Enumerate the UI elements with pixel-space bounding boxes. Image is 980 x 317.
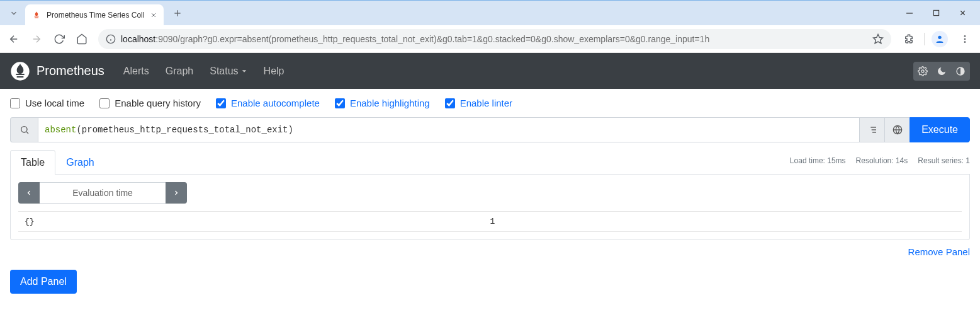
opt-label: Enable highlighting xyxy=(350,98,430,108)
profile-button[interactable] xyxy=(930,29,950,49)
address-bar[interactable]: localhost:9090/graph?g0.expr=absent(prom… xyxy=(98,29,891,49)
meta-series: Result series: 1 xyxy=(918,156,970,165)
tab-search-caret[interactable] xyxy=(6,6,21,21)
panel-body: Evaluation time {} 1 xyxy=(10,175,970,240)
opt-local-time[interactable]: Use local time xyxy=(10,98,84,108)
options-row: Use local time Enable query history Enab… xyxy=(10,98,970,108)
svg-point-17 xyxy=(964,41,966,43)
tab-table[interactable]: Table xyxy=(10,150,55,175)
gear-icon xyxy=(918,66,928,76)
browser-tab-strip: Prometheus Time Series Coll xyxy=(0,0,980,25)
checkbox-query-history[interactable] xyxy=(99,98,110,108)
checkbox-highlighting[interactable] xyxy=(335,98,345,108)
svg-point-14 xyxy=(938,35,941,38)
extensions-button[interactable] xyxy=(899,29,919,49)
chevron-left-icon xyxy=(25,189,33,197)
svg-point-16 xyxy=(964,38,966,40)
format-expression-button[interactable] xyxy=(859,117,884,142)
new-tab-button[interactable] xyxy=(169,4,186,22)
forward-button[interactable] xyxy=(28,30,45,48)
prometheus-favicon-icon xyxy=(31,10,42,20)
avatar-icon xyxy=(932,31,948,47)
expression-search-icon[interactable] xyxy=(10,117,38,142)
nav-status[interactable]: Status xyxy=(210,66,247,77)
reload-button[interactable] xyxy=(50,30,68,48)
search-icon xyxy=(20,125,30,135)
contrast-icon xyxy=(955,66,966,76)
prometheus-logo-icon xyxy=(10,61,30,81)
tab-graph[interactable]: Graph xyxy=(55,150,104,175)
bookmark-star-icon[interactable] xyxy=(872,33,884,45)
add-panel-row: Add Panel xyxy=(10,270,970,294)
execute-button[interactable]: Execute xyxy=(910,117,970,142)
opt-label: Enable autocomplete xyxy=(231,98,320,108)
close-window-button[interactable] xyxy=(954,4,971,22)
home-button[interactable] xyxy=(73,30,91,48)
meta-resolution: Resolution: 14s xyxy=(856,156,908,165)
remove-panel-row: Remove Panel xyxy=(10,246,970,257)
toolbar-divider xyxy=(924,33,925,45)
checkbox-linter[interactable] xyxy=(445,98,455,108)
nav-graph[interactable]: Graph xyxy=(166,66,193,77)
svg-marker-19 xyxy=(242,70,246,72)
settings-button[interactable] xyxy=(913,62,932,81)
nav-help[interactable]: Help xyxy=(264,66,284,77)
result-value: 1 xyxy=(490,217,956,226)
back-button[interactable] xyxy=(5,30,23,48)
theme-controls xyxy=(913,62,970,81)
opt-label: Use local time xyxy=(25,98,84,108)
browser-menu-button[interactable] xyxy=(955,29,975,49)
remove-panel-link[interactable]: Remove Panel xyxy=(908,246,970,257)
browser-tab-title: Prometheus Time Series Coll xyxy=(47,11,145,20)
query-metric: prometheus_http_requests_total_not_exit xyxy=(82,125,288,135)
result-meta: Load time: 15ms Resolution: 14s Result s… xyxy=(790,156,970,165)
paren-open: ( xyxy=(76,125,81,135)
window-controls xyxy=(901,4,977,22)
chevron-right-icon xyxy=(172,189,180,197)
result-labels: {} xyxy=(25,217,490,226)
site-info-icon[interactable] xyxy=(106,34,116,44)
opt-label: Enable linter xyxy=(460,98,512,108)
table-row: {} 1 xyxy=(18,212,962,231)
globe-icon xyxy=(893,125,903,135)
browser-toolbar: localhost:9090/graph?g0.expr=absent(prom… xyxy=(0,25,980,53)
page-content: Use local time Enable query history Enab… xyxy=(0,89,980,303)
maximize-button[interactable] xyxy=(927,4,945,22)
svg-marker-13 xyxy=(874,34,883,43)
svg-line-23 xyxy=(26,132,28,134)
eval-time-input[interactable]: Evaluation time xyxy=(40,182,166,204)
add-panel-button[interactable]: Add Panel xyxy=(10,270,77,294)
toggle-theme-button[interactable] xyxy=(951,62,970,81)
result-tabs: Table Graph Load time: 15ms Resolution: … xyxy=(10,150,970,175)
paren-close: ) xyxy=(288,125,293,135)
checkbox-autocomplete[interactable] xyxy=(216,98,226,108)
result-table: {} 1 xyxy=(18,211,962,232)
dark-theme-button[interactable] xyxy=(932,62,951,81)
opt-query-history[interactable]: Enable query history xyxy=(99,98,201,108)
query-row: absent(prometheus_http_requests_total_no… xyxy=(10,117,970,142)
svg-rect-5 xyxy=(933,10,938,15)
meta-load-time: Load time: 15ms xyxy=(790,156,846,165)
brand-title[interactable]: Prometheus xyxy=(37,64,104,78)
eval-time-next[interactable] xyxy=(166,182,187,204)
moon-icon xyxy=(937,66,947,76)
expression-input[interactable]: absent(prometheus_http_requests_total_no… xyxy=(38,117,859,142)
chevron-down-icon xyxy=(241,68,247,74)
minimize-button[interactable] xyxy=(901,4,918,22)
url-text: localhost:9090/graph?g0.expr=absent(prom… xyxy=(121,34,867,44)
metrics-explorer-button[interactable] xyxy=(884,117,910,142)
svg-point-20 xyxy=(921,70,924,72)
query-function: absent xyxy=(45,125,76,135)
opt-autocomplete[interactable]: Enable autocomplete xyxy=(216,98,320,108)
browser-tab[interactable]: Prometheus Time Series Coll xyxy=(25,4,164,26)
opt-highlighting[interactable]: Enable highlighting xyxy=(335,98,430,108)
checkbox-local-time[interactable] xyxy=(10,98,20,108)
nav-alerts[interactable]: Alerts xyxy=(123,66,149,77)
evaluation-time-control: Evaluation time xyxy=(18,182,962,204)
svg-point-22 xyxy=(21,127,26,132)
opt-label: Enable query history xyxy=(115,98,201,108)
opt-linter[interactable]: Enable linter xyxy=(445,98,512,108)
close-icon[interactable] xyxy=(150,11,157,19)
svg-point-15 xyxy=(964,35,966,37)
eval-time-prev[interactable] xyxy=(18,182,40,204)
